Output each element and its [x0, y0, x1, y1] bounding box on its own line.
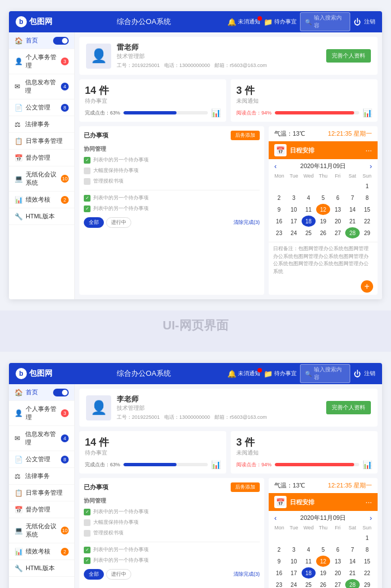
cal-day-10[interactable]: 10: [287, 204, 301, 215]
cal-day-1-2[interactable]: 1: [360, 532, 374, 543]
cal-day-20[interactable]: 20: [331, 216, 345, 227]
sidebar-item-home[interactable]: 🏠 首页: [9, 32, 74, 49]
cal-day-16-2[interactable]: 16: [272, 567, 286, 579]
sidebar-item-info[interactable]: ✉ 信息发布管理 4: [9, 74, 74, 99]
sidebar-item-html[interactable]: 🔧 HTML版本: [9, 208, 74, 225]
cal-day-2[interactable]: 2: [272, 192, 286, 203]
sidebar-item-paperless[interactable]: 💻 无纸化会议系统 10: [9, 166, 74, 192]
power-icon[interactable]: ⏻: [354, 18, 361, 26]
sidebar-item-daily-2[interactable]: 📋 日常事务管理: [9, 485, 74, 501]
filter-all-button-2[interactable]: 全部: [84, 569, 104, 580]
cal-day-7[interactable]: 7: [345, 192, 359, 203]
cal-day-15[interactable]: 15: [360, 204, 374, 215]
cal-day-1[interactable]: 1: [360, 180, 374, 192]
cal-day-26-2[interactable]: 26: [316, 579, 330, 588]
cal-day-24-2[interactable]: 24: [287, 579, 301, 588]
cal-day-6-2[interactable]: 6: [331, 544, 345, 555]
cal-day-13-2[interactable]: 13: [331, 556, 345, 567]
cal-day-27[interactable]: 27: [331, 227, 345, 238]
next-month-button-2[interactable]: ›: [370, 514, 372, 522]
cal-day-19[interactable]: 19: [316, 216, 330, 227]
sidebar-item-personal[interactable]: 👤 个人事务管理 3: [9, 49, 74, 74]
task-button[interactable]: 📁 待办事宜: [264, 18, 297, 26]
sidebar-item-info-2[interactable]: ✉ 信息发布管理 4: [9, 426, 74, 451]
cal-day-26[interactable]: 26: [316, 227, 330, 238]
clear-done-link-2[interactable]: 清除完成(3): [233, 571, 260, 578]
cal-day-23-2[interactable]: 23: [272, 579, 286, 588]
search-box-2[interactable]: 🔍 输入搜索内容: [300, 364, 350, 383]
cal-day-17-2[interactable]: 17: [287, 567, 301, 579]
add-todo-button-2[interactable]: 后务添加: [231, 482, 260, 492]
cal-day-9-2[interactable]: 9: [272, 556, 286, 567]
cal-day-8[interactable]: 8: [360, 192, 374, 203]
cal-day-13[interactable]: 13: [331, 204, 345, 215]
cal-day-14-2[interactable]: 14: [345, 556, 359, 567]
logout-button[interactable]: 注销: [364, 18, 375, 26]
cal-day-28-green[interactable]: 28: [345, 227, 359, 238]
sidebar-item-office[interactable]: 📄 公文管理 8: [9, 99, 74, 116]
home-toggle-2[interactable]: [53, 389, 69, 396]
clear-done-link[interactable]: 清除完成(3): [233, 219, 260, 226]
cal-day-5-2[interactable]: 5: [316, 544, 330, 555]
cal-day-14[interactable]: 14: [345, 204, 359, 215]
cal-day-19-2[interactable]: 19: [316, 567, 330, 579]
next-month-button[interactable]: ›: [370, 162, 372, 170]
cal-day-7-2[interactable]: 7: [345, 544, 359, 555]
cal-day-21[interactable]: 21: [345, 216, 359, 227]
cal-day-4-2[interactable]: 4: [302, 544, 316, 555]
cal-day-25-2[interactable]: 25: [302, 579, 316, 588]
cal-day-17[interactable]: 17: [287, 216, 301, 227]
cal-day-16[interactable]: 16: [272, 216, 286, 227]
prev-month-button[interactable]: ‹: [274, 162, 276, 170]
cal-day-28-green-2[interactable]: 28: [345, 579, 359, 588]
sidebar-item-office-2[interactable]: 📄 公文管理 8: [9, 451, 74, 468]
cal-day-18-highlight-2[interactable]: 18: [302, 567, 316, 579]
cal-day-27-2[interactable]: 27: [331, 579, 345, 588]
cal-day-11[interactable]: 11: [302, 204, 316, 215]
sidebar-item-kpi[interactable]: 📊 绩效考核 2: [9, 192, 74, 208]
cal-day-29-2[interactable]: 29: [360, 579, 374, 588]
add-event-button[interactable]: +: [361, 280, 373, 293]
sidebar-item-home-2[interactable]: 🏠 首页: [9, 384, 74, 401]
calendar-menu-dots[interactable]: ···: [365, 146, 372, 155]
cal-day-3-2[interactable]: 3: [287, 544, 301, 555]
cal-day-5[interactable]: 5: [316, 192, 330, 203]
notify-button[interactable]: 🔔 未消通知: [227, 18, 260, 26]
cal-day-22[interactable]: 22: [360, 216, 374, 227]
calendar-menu-dots-2[interactable]: ···: [365, 498, 372, 506]
sidebar-item-meeting[interactable]: 📅 督办管理: [9, 150, 74, 166]
cal-day-11-2[interactable]: 11: [302, 556, 316, 567]
filter-doing-button[interactable]: 进行中: [106, 217, 131, 228]
home-toggle[interactable]: [53, 37, 69, 45]
sidebar-item-html-2[interactable]: 🔧 HTML版本: [9, 560, 74, 577]
sidebar-item-legal[interactable]: ⚖ 法律事务: [9, 116, 74, 133]
cal-day-4[interactable]: 4: [302, 192, 316, 203]
add-todo-button[interactable]: 后务添加: [231, 131, 260, 140]
cal-day-8-2[interactable]: 8: [360, 544, 374, 555]
cal-day-15-2[interactable]: 15: [360, 556, 374, 567]
notify-button-2[interactable]: 🔔 未消通知: [227, 370, 260, 378]
cal-day-9[interactable]: 9: [272, 204, 286, 215]
sidebar-item-personal-2[interactable]: 👤 个人事务管理 3: [9, 401, 74, 426]
cal-day-22-2[interactable]: 22: [360, 567, 374, 579]
prev-month-button-2[interactable]: ‹: [274, 514, 276, 522]
cal-day-6[interactable]: 6: [331, 192, 345, 203]
search-box[interactable]: 🔍 输入搜索内容: [300, 12, 350, 31]
cal-day-29[interactable]: 29: [360, 227, 374, 238]
cal-day-23[interactable]: 23: [272, 227, 286, 238]
filter-all-button[interactable]: 全部: [84, 217, 104, 228]
logout-button-2[interactable]: 注销: [364, 370, 375, 377]
sidebar-item-legal-2[interactable]: ⚖ 法律事务: [9, 468, 74, 485]
cal-day-24[interactable]: 24: [287, 227, 301, 238]
cal-day-10-2[interactable]: 10: [287, 556, 301, 567]
filter-doing-button-2[interactable]: 进行中: [106, 569, 131, 580]
task-button-2[interactable]: 📁 待办事宜: [264, 370, 297, 378]
sidebar-item-paperless-2[interactable]: 💻 无纸化会议系统 10: [9, 518, 74, 543]
cal-day-25[interactable]: 25: [302, 227, 316, 238]
cal-day-2-2[interactable]: 2: [272, 544, 286, 555]
sidebar-item-kpi-2[interactable]: 📊 绩效考核 2: [9, 543, 74, 560]
sidebar-item-meeting-2[interactable]: 📅 督办管理: [9, 501, 74, 518]
cal-day-12-today[interactable]: 12: [316, 204, 330, 215]
power-icon-2[interactable]: ⏻: [354, 370, 361, 378]
complete-profile-button-2[interactable]: 完善个人资料: [326, 401, 371, 414]
